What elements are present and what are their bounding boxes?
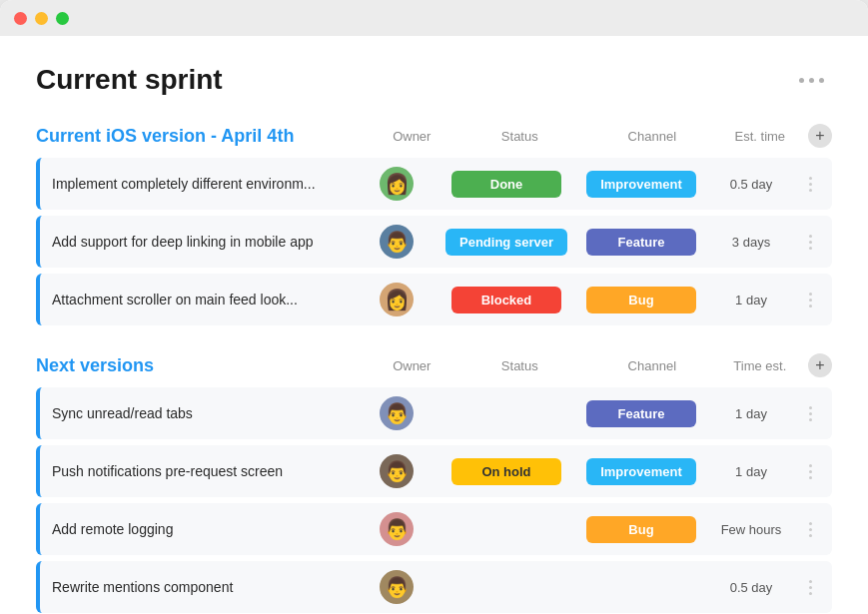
dot2 [809, 78, 814, 83]
time-estimate: 0.5 day [706, 177, 796, 192]
row-menu-button[interactable] [801, 398, 819, 428]
add-task-ios-button[interactable]: + [808, 124, 832, 148]
dot3 [819, 78, 824, 83]
table-row[interactable]: Sync unread/read tabs👨Feature1 day [36, 387, 832, 439]
avatar: 👨 [380, 454, 414, 488]
task-cells: 👨BugFew hours [357, 512, 824, 546]
next-task-list: Sync unread/read tabs👨Feature1 dayPush n… [36, 387, 832, 613]
task-name: Sync unread/read tabs [52, 405, 357, 421]
avatar: 👨 [380, 396, 414, 430]
task-name: Add remote logging [52, 521, 357, 537]
task-cells: 👨0.5 day [357, 570, 824, 604]
avatar: 👨 [380, 225, 414, 259]
task-name: Push notifications pre-request screen [52, 463, 357, 479]
row-menu-button[interactable] [801, 572, 819, 602]
col-channel-label2: Channel [588, 358, 716, 373]
channel-badge[interactable]: Improvement [586, 171, 696, 198]
col-status-label2: Status [451, 358, 588, 373]
task-name: Rewrite mentions component [52, 579, 357, 595]
task-cells: 👨On holdImprovement1 day [357, 454, 824, 488]
col-headers-next: Owner Status Channel Time est. + [373, 353, 832, 377]
add-task-next-button[interactable]: + [808, 353, 832, 377]
app-window: Current sprint Current iOS version - Apr… [0, 0, 868, 614]
time-estimate: 0.5 day [706, 580, 796, 595]
time-estimate: 1 day [706, 293, 796, 307]
row-menu-button[interactable] [801, 456, 819, 486]
table-row[interactable]: Add support for deep linking in mobile a… [36, 216, 832, 268]
status-badge[interactable]: On hold [451, 458, 561, 485]
col-status-label: Status [451, 129, 588, 144]
col-headers-ios: Owner Status Channel Est. time + [373, 124, 832, 148]
table-row[interactable]: Implement completely different environm.… [36, 158, 832, 210]
ios-task-list: Implement completely different environm.… [36, 158, 832, 325]
section-ios-title: Current iOS version - April 4th [36, 126, 373, 147]
col-time-label: Est. time [716, 129, 804, 144]
row-menu-button[interactable] [801, 285, 819, 314]
channel-badge[interactable]: Bug [586, 516, 696, 543]
section-next-header: Next versions Owner Status Channel Time … [36, 353, 832, 377]
maximize-button[interactable] [56, 12, 69, 25]
avatar: 👩 [380, 283, 414, 316]
row-menu-button[interactable] [801, 227, 819, 257]
table-row[interactable]: Push notifications pre-request screen👨On… [36, 445, 832, 497]
col-owner-label: Owner [373, 129, 451, 144]
status-badge[interactable]: Blocked [451, 287, 561, 313]
avatar: 👨 [380, 512, 414, 546]
status-badge[interactable]: Done [451, 171, 561, 198]
channel-badge[interactable]: Feature [586, 229, 696, 256]
dot1 [799, 78, 804, 83]
col-channel-label: Channel [588, 129, 716, 144]
avatar: 👩 [380, 167, 414, 201]
close-button[interactable] [14, 12, 27, 25]
task-cells: 👩DoneImprovement0.5 day [357, 167, 824, 201]
channel-badge[interactable]: Improvement [586, 458, 696, 485]
col-time-label2: Time est. [716, 358, 804, 373]
row-menu-button[interactable] [801, 169, 819, 199]
col-owner-label2: Owner [373, 358, 451, 373]
avatar: 👨 [380, 570, 414, 604]
task-name: Add support for deep linking in mobile a… [52, 234, 357, 250]
table-row[interactable]: Attachment scroller on main feed look...… [36, 274, 832, 325]
task-cells: 👩BlockedBug1 day [357, 283, 824, 316]
section-ios-header: Current iOS version - April 4th Owner St… [36, 124, 832, 148]
task-cells: 👨Feature1 day [357, 396, 824, 430]
minimize-button[interactable] [35, 12, 48, 25]
section-next: Next versions Owner Status Channel Time … [36, 353, 832, 613]
task-cells: 👨Pending serverFeature3 days [357, 225, 824, 259]
time-estimate: 3 days [706, 235, 796, 250]
task-name: Implement completely different environm.… [52, 176, 357, 192]
page-content: Current sprint Current iOS version - Apr… [0, 36, 868, 614]
table-row[interactable]: Add remote logging👨BugFew hours [36, 503, 832, 555]
section-ios: Current iOS version - April 4th Owner St… [36, 124, 832, 325]
table-row[interactable]: Rewrite mentions component👨0.5 day [36, 561, 832, 613]
more-options-button[interactable] [791, 74, 832, 87]
row-menu-button[interactable] [801, 514, 819, 544]
time-estimate: 1 day [706, 464, 796, 479]
time-estimate: Few hours [706, 522, 796, 537]
status-badge[interactable]: Pending server [445, 229, 567, 256]
titlebar [0, 0, 868, 36]
channel-badge[interactable]: Feature [586, 400, 696, 427]
page-header: Current sprint [36, 64, 832, 96]
page-title: Current sprint [36, 64, 223, 96]
time-estimate: 1 day [706, 406, 796, 421]
section-next-title: Next versions [36, 355, 373, 376]
channel-badge[interactable]: Bug [586, 287, 696, 313]
task-name: Attachment scroller on main feed look... [52, 292, 357, 307]
